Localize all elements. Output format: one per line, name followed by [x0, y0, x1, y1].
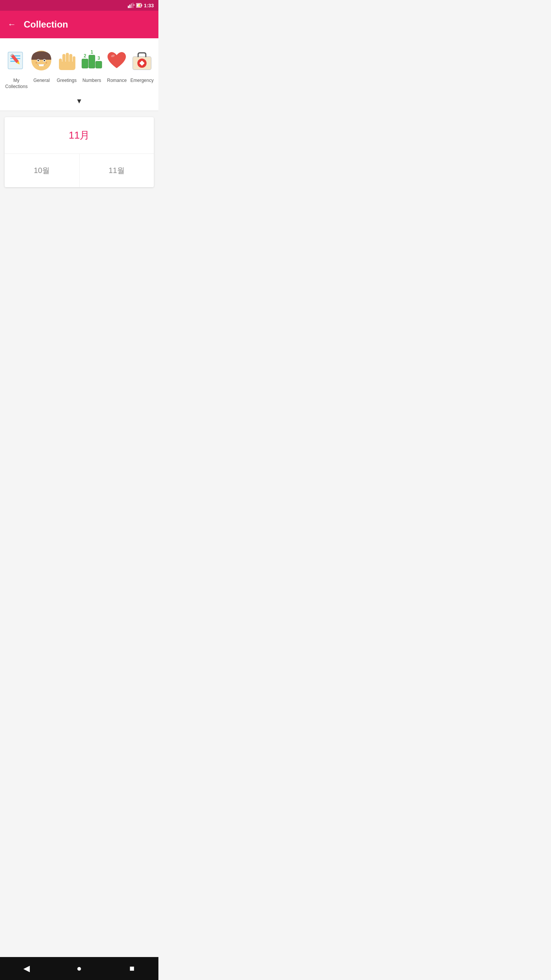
svg-rect-0 [128, 6, 129, 8]
calendar-card: 11月 10월 11월 [5, 117, 154, 187]
battery-icon: ⚡ [136, 3, 142, 8]
chevron-expand-row[interactable]: ▼ [0, 93, 158, 111]
numbers-icon: 2 1 3 [77, 46, 106, 75]
svg-text:3: 3 [97, 56, 100, 61]
svg-rect-34 [96, 61, 102, 68]
signal-icon: 4G [128, 3, 135, 8]
general-icon [27, 46, 56, 75]
svg-rect-23 [39, 64, 44, 66]
svg-rect-29 [59, 62, 75, 70]
emergency-icon [128, 46, 156, 75]
svg-text:⚡: ⚡ [137, 3, 141, 7]
svg-rect-42 [140, 62, 144, 64]
category-item-my-collections[interactable]: My Collections [4, 46, 29, 90]
month-cell-november[interactable]: 11월 [80, 154, 154, 187]
category-item-general[interactable]: General [29, 46, 54, 84]
my-collections-label: My Collections [4, 78, 29, 90]
emergency-label: Emergency [130, 78, 154, 84]
svg-rect-1 [129, 5, 130, 8]
romance-label: Romance [107, 78, 127, 84]
svg-text:1: 1 [90, 49, 93, 55]
divider [0, 111, 158, 111]
category-item-numbers[interactable]: 2 1 3 Numbers [79, 46, 104, 84]
my-collections-icon [2, 46, 31, 75]
svg-text:4G: 4G [133, 4, 135, 6]
svg-point-19 [37, 60, 39, 61]
chevron-down-icon: ▼ [76, 97, 83, 105]
time-display: 1:33 [144, 3, 154, 8]
svg-point-21 [36, 62, 37, 64]
svg-rect-30 [82, 59, 88, 68]
category-item-greetings[interactable]: Greetings [54, 46, 79, 84]
svg-text:2: 2 [83, 53, 86, 59]
romance-icon [103, 46, 131, 75]
category-row: My Collections [4, 46, 155, 90]
greetings-icon [52, 46, 81, 75]
numbers-label: Numbers [82, 78, 101, 84]
page-title: Collection [24, 19, 68, 30]
greetings-label: Greetings [57, 78, 77, 84]
month-label-november: 11월 [109, 166, 125, 175]
category-section: My Collections [0, 38, 158, 93]
month-cell-october[interactable]: 10월 [5, 154, 80, 187]
top-bar: ← Collection [0, 11, 158, 38]
category-item-romance[interactable]: Romance [104, 46, 129, 84]
svg-rect-32 [89, 55, 95, 68]
svg-point-20 [44, 60, 45, 61]
month-label-october: 10월 [34, 166, 50, 175]
category-item-emergency[interactable]: Emergency [130, 46, 155, 84]
calendar-header: 11月 [5, 117, 154, 154]
calendar-current-month: 11月 [69, 129, 90, 141]
svg-rect-2 [131, 3, 132, 8]
calendar-months-row: 10월 11월 [5, 154, 154, 187]
general-label: General [33, 78, 50, 84]
status-icons: 4G ⚡ 1:33 [128, 3, 154, 8]
svg-rect-6 [141, 5, 142, 7]
back-button[interactable]: ← [8, 20, 16, 29]
status-bar: 4G ⚡ 1:33 [0, 0, 158, 11]
svg-point-22 [46, 62, 47, 64]
